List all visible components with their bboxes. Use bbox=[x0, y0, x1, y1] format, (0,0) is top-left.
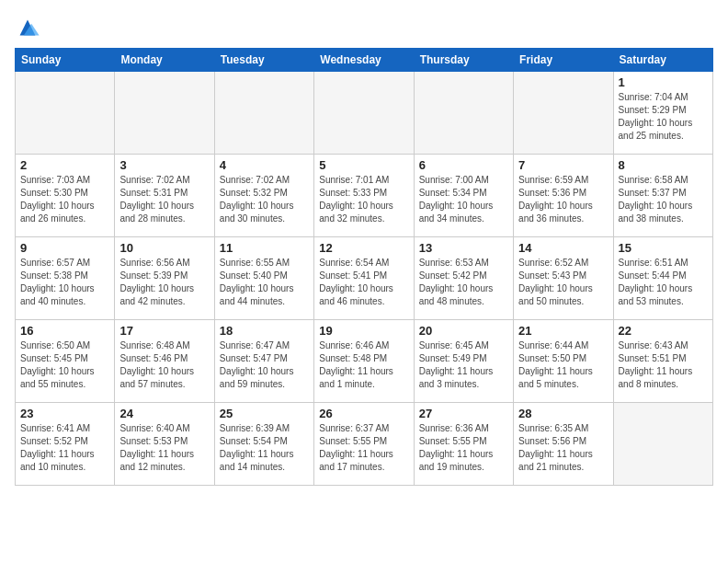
day-info: Sunrise: 6:36 AM Sunset: 5:55 PM Dayligh… bbox=[419, 422, 508, 474]
calendar-day-cell: 1Sunrise: 7:04 AM Sunset: 5:29 PM Daylig… bbox=[613, 72, 712, 155]
page-header bbox=[15, 15, 713, 40]
calendar-week-row: 2Sunrise: 7:03 AM Sunset: 5:30 PM Daylig… bbox=[16, 155, 713, 237]
day-info: Sunrise: 7:02 AM Sunset: 5:31 PM Dayligh… bbox=[119, 174, 209, 225]
day-number: 8 bbox=[619, 158, 708, 172]
calendar-day-cell: 24Sunrise: 6:40 AM Sunset: 5:53 PM Dayli… bbox=[115, 403, 214, 486]
calendar-week-row: 1Sunrise: 7:04 AM Sunset: 5:29 PM Daylig… bbox=[16, 72, 713, 155]
day-info: Sunrise: 6:53 AM Sunset: 5:42 PM Dayligh… bbox=[419, 257, 508, 308]
day-info: Sunrise: 6:47 AM Sunset: 5:47 PM Dayligh… bbox=[220, 339, 309, 391]
day-number: 18 bbox=[220, 324, 309, 338]
calendar-day-cell bbox=[314, 72, 414, 155]
day-info: Sunrise: 6:44 AM Sunset: 5:50 PM Dayligh… bbox=[518, 339, 608, 391]
calendar-day-cell: 13Sunrise: 6:53 AM Sunset: 5:42 PM Dayli… bbox=[414, 237, 513, 320]
calendar-day-cell: 20Sunrise: 6:45 AM Sunset: 5:49 PM Dayli… bbox=[414, 320, 513, 403]
day-number: 9 bbox=[20, 241, 109, 255]
calendar-day-cell: 19Sunrise: 6:46 AM Sunset: 5:48 PM Dayli… bbox=[314, 320, 414, 403]
day-info: Sunrise: 6:39 AM Sunset: 5:54 PM Dayligh… bbox=[220, 422, 309, 474]
calendar-day-cell: 3Sunrise: 7:02 AM Sunset: 5:31 PM Daylig… bbox=[115, 155, 214, 237]
weekday-header: Monday bbox=[115, 49, 214, 72]
day-number: 12 bbox=[319, 241, 408, 255]
calendar-table: SundayMondayTuesdayWednesdayThursdayFrid… bbox=[15, 48, 713, 486]
day-info: Sunrise: 6:54 AM Sunset: 5:41 PM Dayligh… bbox=[319, 257, 408, 308]
day-number: 1 bbox=[619, 75, 708, 89]
day-info: Sunrise: 6:45 AM Sunset: 5:49 PM Dayligh… bbox=[419, 339, 508, 391]
day-number: 21 bbox=[518, 324, 608, 338]
calendar-day-cell: 8Sunrise: 6:58 AM Sunset: 5:37 PM Daylig… bbox=[613, 155, 712, 237]
calendar-day-cell bbox=[16, 72, 115, 155]
day-info: Sunrise: 6:57 AM Sunset: 5:38 PM Dayligh… bbox=[20, 257, 109, 308]
calendar-day-cell: 11Sunrise: 6:55 AM Sunset: 5:40 PM Dayli… bbox=[214, 237, 313, 320]
calendar-day-cell: 12Sunrise: 6:54 AM Sunset: 5:41 PM Dayli… bbox=[314, 237, 414, 320]
day-info: Sunrise: 6:50 AM Sunset: 5:45 PM Dayligh… bbox=[20, 339, 109, 391]
day-number: 2 bbox=[20, 158, 109, 172]
calendar-day-cell bbox=[115, 72, 214, 155]
calendar-day-cell bbox=[613, 403, 712, 486]
weekday-header: Sunday bbox=[16, 49, 115, 72]
calendar-day-cell: 28Sunrise: 6:35 AM Sunset: 5:56 PM Dayli… bbox=[514, 403, 613, 486]
day-number: 27 bbox=[419, 407, 508, 420]
day-info: Sunrise: 6:58 AM Sunset: 5:37 PM Dayligh… bbox=[619, 174, 708, 225]
calendar-day-cell: 10Sunrise: 6:56 AM Sunset: 5:39 PM Dayli… bbox=[115, 237, 214, 320]
calendar-day-cell: 9Sunrise: 6:57 AM Sunset: 5:38 PM Daylig… bbox=[16, 237, 115, 320]
day-number: 17 bbox=[119, 324, 209, 338]
day-info: Sunrise: 6:35 AM Sunset: 5:56 PM Dayligh… bbox=[518, 422, 608, 474]
day-info: Sunrise: 6:41 AM Sunset: 5:52 PM Dayligh… bbox=[20, 422, 109, 474]
calendar-day-cell bbox=[514, 72, 613, 155]
day-info: Sunrise: 7:02 AM Sunset: 5:32 PM Dayligh… bbox=[220, 174, 309, 225]
calendar-day-cell: 14Sunrise: 6:52 AM Sunset: 5:43 PM Dayli… bbox=[514, 237, 613, 320]
calendar-day-cell: 2Sunrise: 7:03 AM Sunset: 5:30 PM Daylig… bbox=[16, 155, 115, 237]
day-number: 16 bbox=[20, 324, 109, 338]
day-number: 3 bbox=[119, 158, 209, 172]
weekday-header: Tuesday bbox=[214, 49, 313, 72]
day-info: Sunrise: 7:00 AM Sunset: 5:34 PM Dayligh… bbox=[419, 174, 508, 225]
calendar-day-cell: 16Sunrise: 6:50 AM Sunset: 5:45 PM Dayli… bbox=[16, 320, 115, 403]
weekday-header: Saturday bbox=[613, 49, 712, 72]
calendar-header-row: SundayMondayTuesdayWednesdayThursdayFrid… bbox=[16, 49, 713, 72]
day-number: 7 bbox=[518, 158, 608, 172]
calendar-week-row: 23Sunrise: 6:41 AM Sunset: 5:52 PM Dayli… bbox=[16, 403, 713, 486]
day-number: 28 bbox=[518, 407, 608, 420]
calendar-day-cell: 22Sunrise: 6:43 AM Sunset: 5:51 PM Dayli… bbox=[613, 320, 712, 403]
weekday-header: Friday bbox=[514, 49, 613, 72]
day-info: Sunrise: 6:46 AM Sunset: 5:48 PM Dayligh… bbox=[319, 339, 408, 391]
day-number: 24 bbox=[119, 407, 209, 420]
logo bbox=[15, 15, 44, 40]
day-number: 10 bbox=[119, 241, 209, 255]
day-info: Sunrise: 6:48 AM Sunset: 5:46 PM Dayligh… bbox=[119, 339, 209, 391]
day-number: 22 bbox=[619, 324, 708, 338]
day-number: 19 bbox=[319, 324, 408, 338]
calendar-day-cell: 4Sunrise: 7:02 AM Sunset: 5:32 PM Daylig… bbox=[214, 155, 313, 237]
day-number: 4 bbox=[220, 158, 309, 172]
calendar-week-row: 9Sunrise: 6:57 AM Sunset: 5:38 PM Daylig… bbox=[16, 237, 713, 320]
calendar-day-cell: 25Sunrise: 6:39 AM Sunset: 5:54 PM Dayli… bbox=[214, 403, 313, 486]
calendar-day-cell: 23Sunrise: 6:41 AM Sunset: 5:52 PM Dayli… bbox=[16, 403, 115, 486]
calendar-day-cell bbox=[214, 72, 313, 155]
weekday-header: Thursday bbox=[414, 49, 513, 72]
day-info: Sunrise: 6:56 AM Sunset: 5:39 PM Dayligh… bbox=[119, 257, 209, 308]
day-number: 14 bbox=[518, 241, 608, 255]
day-info: Sunrise: 6:37 AM Sunset: 5:55 PM Dayligh… bbox=[319, 422, 408, 474]
calendar-day-cell: 27Sunrise: 6:36 AM Sunset: 5:55 PM Dayli… bbox=[414, 403, 513, 486]
day-number: 11 bbox=[220, 241, 309, 255]
calendar-day-cell: 26Sunrise: 6:37 AM Sunset: 5:55 PM Dayli… bbox=[314, 403, 414, 486]
calendar-day-cell: 18Sunrise: 6:47 AM Sunset: 5:47 PM Dayli… bbox=[214, 320, 313, 403]
calendar-day-cell: 21Sunrise: 6:44 AM Sunset: 5:50 PM Dayli… bbox=[514, 320, 613, 403]
day-number: 6 bbox=[419, 158, 508, 172]
weekday-header: Wednesday bbox=[314, 49, 414, 72]
day-info: Sunrise: 7:04 AM Sunset: 5:29 PM Dayligh… bbox=[619, 91, 708, 143]
day-info: Sunrise: 6:43 AM Sunset: 5:51 PM Dayligh… bbox=[619, 339, 708, 391]
day-number: 20 bbox=[419, 324, 508, 338]
day-info: Sunrise: 6:51 AM Sunset: 5:44 PM Dayligh… bbox=[619, 257, 708, 308]
calendar-day-cell bbox=[414, 72, 513, 155]
day-info: Sunrise: 6:52 AM Sunset: 5:43 PM Dayligh… bbox=[518, 257, 608, 308]
day-info: Sunrise: 7:03 AM Sunset: 5:30 PM Dayligh… bbox=[20, 174, 109, 225]
day-info: Sunrise: 7:01 AM Sunset: 5:33 PM Dayligh… bbox=[319, 174, 408, 225]
calendar-day-cell: 7Sunrise: 6:59 AM Sunset: 5:36 PM Daylig… bbox=[514, 155, 613, 237]
day-info: Sunrise: 6:40 AM Sunset: 5:53 PM Dayligh… bbox=[119, 422, 209, 474]
calendar-week-row: 16Sunrise: 6:50 AM Sunset: 5:45 PM Dayli… bbox=[16, 320, 713, 403]
calendar-day-cell: 5Sunrise: 7:01 AM Sunset: 5:33 PM Daylig… bbox=[314, 155, 414, 237]
logo-icon bbox=[15, 15, 40, 40]
day-number: 25 bbox=[220, 407, 309, 420]
day-number: 13 bbox=[419, 241, 508, 255]
day-number: 26 bbox=[319, 407, 408, 420]
